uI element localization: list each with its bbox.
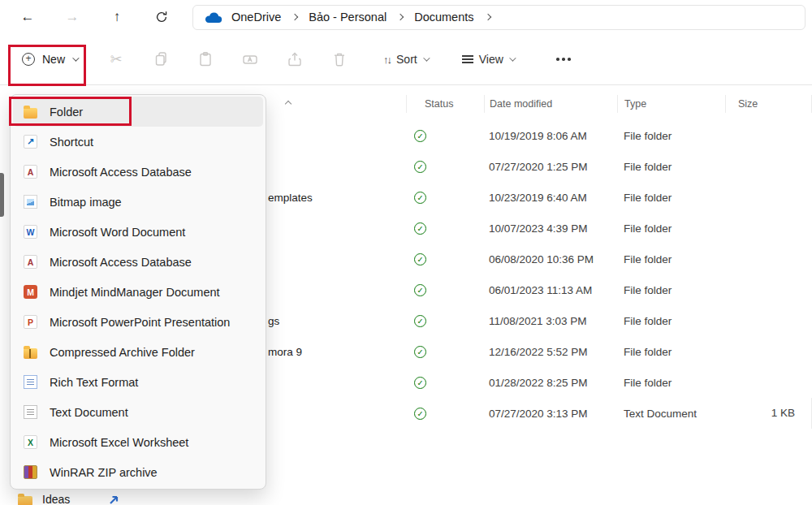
menu-item-word-document[interactable]: Microsoft Word Document <box>13 217 263 247</box>
status-cell: ✓ <box>406 222 484 235</box>
menu-item-label: Compressed Archive Folder <box>50 346 195 359</box>
delete-icon <box>331 51 348 67</box>
paste-button[interactable] <box>191 45 220 74</box>
breadcrumb[interactable]: OneDrive Bảo - Personal Documents <box>192 5 806 30</box>
onedrive-cloud-icon <box>205 11 222 24</box>
column-header-status[interactable]: Status <box>406 95 484 113</box>
menu-item-mindmanager-document[interactable]: Mindjet MindManager Document <box>13 277 263 307</box>
sort-button[interactable]: ↑↓ Sort <box>375 47 436 71</box>
rename-button[interactable] <box>235 45 265 74</box>
plus-icon <box>22 53 35 66</box>
status-cell: ✓ <box>406 130 484 142</box>
sidebar-item-ideas[interactable]: Ideas <box>18 490 122 505</box>
date-modified: 07/27/2020 3:13 PM <box>484 408 617 420</box>
status-cell: ✓ <box>406 408 484 420</box>
more-options-button[interactable] <box>550 45 577 73</box>
menu-item-label: Text Document <box>50 406 128 419</box>
status-cell: ✓ <box>406 161 484 173</box>
synced-status-icon: ✓ <box>414 284 426 296</box>
breadcrumb-chevron-icon <box>292 14 298 20</box>
navigation-bar: ← → ↑ OneDrive Bảo - Personal Documents <box>0 0 812 34</box>
column-header-size[interactable]: Size <box>725 95 812 113</box>
date-modified: 06/08/2020 10:36 PM <box>484 253 617 265</box>
cut-icon: ✂ <box>110 50 122 68</box>
synced-status-icon: ✓ <box>414 192 426 204</box>
menu-item-label: WinRAR ZIP archive <box>50 466 158 479</box>
file-type: File folder <box>617 377 725 389</box>
view-icon <box>462 53 473 65</box>
folder-icon <box>18 496 32 505</box>
menu-item-rich-text-format[interactable]: Rich Text Format <box>13 367 263 397</box>
scrollbar-thumb[interactable] <box>0 173 4 217</box>
menu-item-label: Mindjet MindManager Document <box>50 286 220 299</box>
chevron-down-icon <box>72 54 79 61</box>
menu-item-text-document[interactable]: Text Document <box>13 397 263 427</box>
menu-item-excel-worksheet[interactable]: Microsoft Excel Worksheet <box>13 427 263 457</box>
mindmanager-icon <box>24 285 37 299</box>
status-cell: ✓ <box>406 192 484 204</box>
synced-status-icon: ✓ <box>414 222 426 235</box>
menu-item-powerpoint-presentation[interactable]: Microsoft PowerPoint Presentation <box>13 307 263 337</box>
compressed-folder-icon <box>24 348 37 359</box>
synced-status-icon: ✓ <box>414 346 426 358</box>
view-button[interactable]: View <box>454 47 522 71</box>
menu-item-compressed-archive[interactable]: Compressed Archive Folder <box>13 337 263 367</box>
menu-item-label: Folder <box>50 106 83 119</box>
file-type: File folder <box>617 161 725 173</box>
view-label: View <box>479 53 503 66</box>
menu-item-label: Microsoft Word Document <box>50 226 185 239</box>
menu-item-shortcut[interactable]: Shortcut <box>13 127 263 157</box>
file-type: File folder <box>617 222 725 235</box>
status-cell: ✓ <box>406 253 484 265</box>
share-button[interactable] <box>280 45 309 74</box>
up-button[interactable]: ↑ <box>102 5 132 29</box>
forward-icon: → <box>66 9 80 25</box>
breadcrumb-item-personal[interactable]: Bảo - Personal <box>303 11 392 24</box>
rich-text-icon <box>24 375 37 389</box>
cut-button[interactable]: ✂ <box>102 45 131 74</box>
column-header-type[interactable]: Type <box>617 95 725 113</box>
delete-button[interactable] <box>325 45 354 74</box>
refresh-button[interactable] <box>147 5 176 29</box>
menu-item-access-database-2[interactable]: Microsoft Access Database <box>13 247 263 277</box>
date-modified: 10/19/2019 8:06 AM <box>484 130 617 142</box>
file-type: File folder <box>617 130 725 142</box>
menu-item-label: Microsoft PowerPoint Presentation <box>50 316 230 329</box>
synced-status-icon: ✓ <box>414 315 426 327</box>
synced-status-icon: ✓ <box>414 408 426 420</box>
copy-icon <box>153 51 169 67</box>
date-modified: 01/28/2022 8:25 PM <box>484 377 617 389</box>
shortcut-icon <box>24 135 37 149</box>
file-type: File folder <box>617 346 725 358</box>
forward-button[interactable]: → <box>58 5 87 29</box>
up-icon: ↑ <box>114 9 121 25</box>
back-icon: ← <box>21 9 35 25</box>
file-type: File folder <box>617 253 725 265</box>
word-document-icon <box>24 225 37 239</box>
new-context-menu: Folder Shortcut Microsoft Access Databas… <box>10 94 266 490</box>
back-button[interactable]: ← <box>13 5 42 29</box>
sort-label: Sort <box>396 53 417 66</box>
menu-item-label: Microsoft Excel Worksheet <box>50 436 188 449</box>
sidebar-item-label: Ideas <box>42 493 70 505</box>
menu-item-access-database[interactable]: Microsoft Access Database <box>13 157 263 187</box>
date-modified: 11/08/2021 3:03 PM <box>484 315 617 327</box>
breadcrumb-item-documents[interactable]: Documents <box>408 11 479 24</box>
copy-button[interactable] <box>146 45 175 74</box>
status-cell: ✓ <box>406 377 484 389</box>
new-button-label: New <box>42 53 65 66</box>
synced-status-icon: ✓ <box>414 377 426 389</box>
date-modified: 07/27/2020 1:25 PM <box>484 161 617 173</box>
column-header-date-modified[interactable]: Date modified <box>484 95 617 113</box>
command-toolbar: New ✂ ↑↓ Sort View <box>0 34 812 85</box>
breadcrumb-chevron-icon <box>484 14 490 20</box>
file-type: File folder <box>617 192 725 204</box>
date-modified: 10/23/2019 6:40 AM <box>484 192 617 204</box>
new-button[interactable]: New <box>13 47 86 71</box>
menu-item-folder[interactable]: Folder <box>13 97 263 127</box>
menu-item-winrar-zip[interactable]: WinRAR ZIP archive <box>13 457 263 487</box>
menu-item-label: Shortcut <box>50 136 93 149</box>
menu-item-bitmap-image[interactable]: Bitmap image <box>13 187 263 217</box>
status-cell: ✓ <box>406 346 484 358</box>
breadcrumb-item-onedrive[interactable]: OneDrive <box>226 11 287 24</box>
